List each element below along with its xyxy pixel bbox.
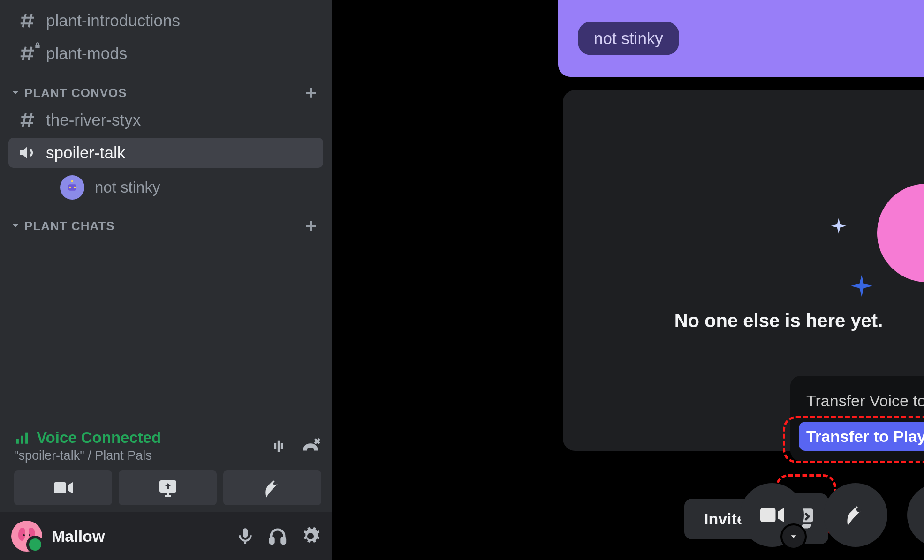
- svg-rect-5: [16, 439, 19, 444]
- main-area: not stinky No one else is here yet. In T…: [332, 0, 924, 560]
- username: Mallow: [52, 527, 105, 545]
- activity-launch-button[interactable]: [824, 483, 887, 547]
- member-avatar: [60, 175, 84, 200]
- disconnect-icon[interactable]: [300, 435, 321, 457]
- plus-icon[interactable]: [303, 218, 318, 233]
- svg-point-19: [856, 507, 861, 512]
- hash-icon: [18, 111, 37, 129]
- category-plant-convos[interactable]: PLANT CONVOS: [8, 71, 323, 105]
- sparkle-icon: [829, 217, 848, 235]
- svg-point-4: [71, 180, 73, 182]
- hash-icon: [18, 12, 37, 30]
- channel-label: the-river-styx: [46, 111, 141, 129]
- svg-point-2: [69, 187, 71, 188]
- category-plant-chats[interactable]: PLANT CHATS: [8, 204, 323, 238]
- svg-rect-15: [282, 538, 285, 544]
- voice-status-text[interactable]: Voice Connected: [37, 429, 161, 447]
- svg-rect-14: [270, 538, 273, 544]
- voice-participant-banner: not stinky: [558, 0, 924, 77]
- svg-point-3: [74, 187, 76, 188]
- transfer-xbox-button[interactable]: Transfer Voice to Xbox: [799, 386, 924, 415]
- chevron-down-icon: [11, 89, 20, 97]
- channel-the-river-styx[interactable]: the-river-styx: [8, 105, 323, 135]
- channel-plant-mods[interactable]: plant-mods: [8, 38, 323, 68]
- channel-plant-introductions[interactable]: plant-introductions: [8, 6, 323, 36]
- channel-spoiler-talk[interactable]: spoiler-talk: [8, 138, 323, 168]
- participant-name-pill: not stinky: [578, 22, 679, 55]
- channel-list: plant-introductions plant-mods PLANT CON…: [0, 0, 332, 421]
- svg-rect-6: [21, 436, 23, 444]
- stage-avatar: [877, 184, 924, 282]
- empty-stage-text: No one else is here yet.: [563, 310, 924, 331]
- voice-member-not-stinky[interactable]: not stinky: [8, 171, 323, 204]
- channel-label: plant-mods: [46, 44, 127, 63]
- user-avatar: [11, 521, 42, 552]
- transfer-ps-label: Transfer to PlayStation: [806, 427, 924, 446]
- svg-rect-7: [25, 433, 28, 444]
- plus-icon[interactable]: [303, 85, 318, 100]
- channel-label: plant-introductions: [46, 11, 180, 30]
- noise-suppression-icon[interactable]: [269, 436, 288, 456]
- voice-connection-panel: Voice Connected "spoiler-talk" / Plant P…: [0, 421, 332, 512]
- user-panel: Mallow: [0, 512, 332, 560]
- channel-label: spoiler-talk: [46, 143, 125, 162]
- hash-lock-icon: [18, 45, 37, 62]
- svg-rect-13: [243, 528, 248, 538]
- camera-button[interactable]: [740, 483, 804, 547]
- signal-icon: [14, 430, 30, 446]
- svg-point-10: [273, 482, 276, 485]
- transfer-voice-popup: Transfer Voice to Xbox Transfer to PlayS…: [790, 376, 924, 461]
- speaker-icon: [18, 143, 37, 162]
- microphone-icon[interactable]: [236, 527, 255, 545]
- chevron-down-icon[interactable]: [780, 523, 807, 550]
- svg-rect-18: [760, 508, 776, 522]
- transfer-xbox-label: Transfer Voice to Xbox: [806, 392, 924, 410]
- chevron-down-icon: [11, 222, 20, 230]
- category-label: PLANT CHATS: [24, 219, 115, 233]
- activity-button[interactable]: [223, 470, 321, 505]
- svg-point-12: [29, 534, 30, 536]
- svg-point-11: [23, 534, 25, 536]
- transfer-playstation-button[interactable]: Transfer to PlayStation: [799, 422, 924, 451]
- sparkle-icon: [848, 273, 875, 299]
- headphones-icon[interactable]: [268, 526, 288, 546]
- user-info[interactable]: Mallow: [11, 521, 105, 552]
- channel-sidebar: plant-introductions plant-mods PLANT CON…: [0, 0, 332, 560]
- screen-share-button[interactable]: [119, 470, 217, 505]
- member-name: not stinky: [95, 179, 160, 196]
- round-controls: [740, 483, 924, 547]
- screen-share-round-button[interactable]: [907, 483, 924, 547]
- svg-rect-8: [54, 482, 66, 493]
- category-label: PLANT CONVOS: [24, 86, 127, 100]
- voice-channel-path: "spoiler-talk" / Plant Pals: [14, 448, 161, 463]
- video-button[interactable]: [14, 470, 112, 505]
- settings-icon[interactable]: [301, 526, 320, 546]
